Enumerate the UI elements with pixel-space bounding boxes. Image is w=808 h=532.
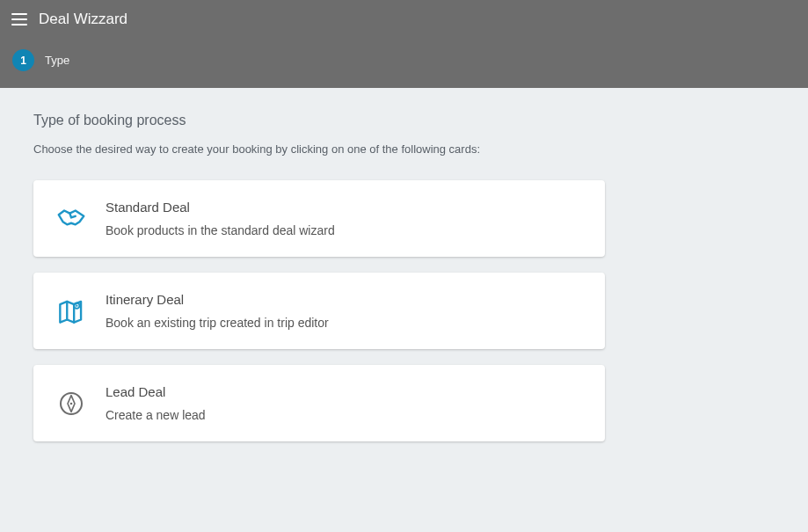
app-title: Deal Wizzard <box>39 11 127 28</box>
card-description: Book an existing trip created in trip ed… <box>106 316 329 330</box>
card-title: Lead Deal <box>106 384 206 399</box>
section-description: Choose the desired way to create your bo… <box>33 142 775 156</box>
map-icon <box>55 295 88 328</box>
svg-point-5 <box>70 402 73 404</box>
card-description: Book products in the standard deal wizar… <box>106 223 335 237</box>
card-title: Itinerary Deal <box>106 292 329 307</box>
card-description: Create a new lead <box>106 408 206 422</box>
wizard-stepper: 1 Type <box>0 35 808 85</box>
step-label: Type <box>45 54 69 67</box>
card-itinerary-deal[interactable]: Itinerary Deal Book an existing trip cre… <box>33 273 605 349</box>
compass-icon <box>55 387 88 420</box>
app-header: Deal Wizzard 1 Type <box>0 0 808 88</box>
card-lead-deal[interactable]: Lead Deal Create a new lead <box>33 365 605 441</box>
step-number-badge: 1 <box>12 49 34 71</box>
card-body: Standard Deal Book products in the stand… <box>106 200 335 237</box>
main-content: Type of booking process Choose the desir… <box>0 88 808 482</box>
card-body: Itinerary Deal Book an existing trip cre… <box>106 292 329 330</box>
svg-point-3 <box>76 304 77 306</box>
card-title: Standard Deal <box>106 200 335 215</box>
handshake-icon <box>55 202 88 236</box>
card-standard-deal[interactable]: Standard Deal Book products in the stand… <box>33 180 605 257</box>
header-top: Deal Wizzard <box>0 0 808 35</box>
menu-icon[interactable] <box>9 9 30 30</box>
card-body: Lead Deal Create a new lead <box>106 384 206 422</box>
section-title: Type of booking process <box>33 113 775 128</box>
